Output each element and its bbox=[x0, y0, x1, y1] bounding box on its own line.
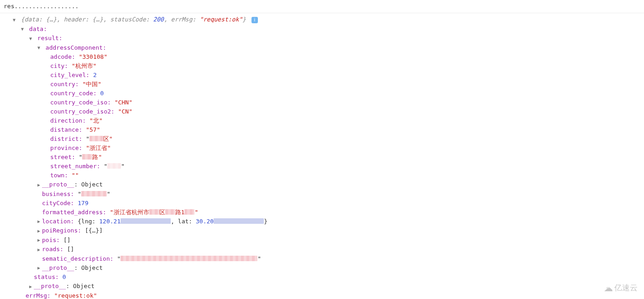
prop-country-code-iso: country_code_iso: "CHN" bbox=[4, 98, 640, 107]
prop-proto-data[interactable]: ▶__proto__: Object bbox=[4, 282, 640, 291]
prop-pois[interactable]: ▶pois: [] bbox=[4, 236, 640, 245]
redacted bbox=[82, 154, 92, 160]
prop-street: street: "路" bbox=[4, 153, 640, 162]
redacted bbox=[107, 163, 121, 169]
chevron-right-icon[interactable]: ▶ bbox=[37, 236, 41, 245]
prop-distance: distance: "57" bbox=[4, 125, 640, 134]
prop-status: status: 0 bbox=[4, 273, 640, 282]
prop-proto-result[interactable]: ▶__proto__: Object bbox=[4, 263, 640, 273]
prop-city-level: city_level: 2 bbox=[4, 71, 640, 80]
divider bbox=[0, 13, 644, 13]
watermark: ☁ 亿速云 bbox=[604, 284, 638, 293]
redacted bbox=[149, 209, 159, 215]
prop-result[interactable]: ▼ result: bbox=[4, 34, 640, 43]
log-label: res.................. bbox=[4, 2, 640, 11]
chevron-right-icon[interactable]: ▶ bbox=[28, 282, 33, 291]
prop-errmsg: errMsg: "request:ok" bbox=[4, 291, 640, 299]
prop-city: city: "杭州市" bbox=[4, 62, 640, 71]
redacted bbox=[165, 209, 175, 215]
chevron-right-icon[interactable]: ▶ bbox=[37, 180, 41, 190]
prop-location[interactable]: ▶location: {lng: 120.21, lat: 30.20} bbox=[4, 217, 640, 227]
prop-data[interactable]: ▼ data: bbox=[4, 25, 640, 34]
prop-country: country: "中国" bbox=[4, 80, 640, 89]
redacted bbox=[81, 191, 107, 196]
prop-proto[interactable]: ▶__proto__: Object bbox=[4, 180, 640, 190]
chevron-right-icon[interactable]: ▶ bbox=[37, 245, 41, 254]
chevron-right-icon[interactable]: ▶ bbox=[37, 227, 41, 236]
prop-citycode: cityCode: 179 bbox=[4, 199, 640, 208]
redacted bbox=[89, 136, 103, 141]
redacted bbox=[184, 209, 194, 215]
prop-roads[interactable]: ▶roads: [] bbox=[4, 245, 640, 254]
prop-sematic: sematic_description: "" bbox=[4, 254, 640, 263]
info-icon[interactable]: i bbox=[251, 17, 258, 23]
prop-addresscomponent[interactable]: ▼ addressComponent: bbox=[4, 43, 640, 53]
chevron-down-icon[interactable]: ▼ bbox=[28, 34, 33, 43]
prop-street-number: street_number: "" bbox=[4, 162, 640, 171]
cloud-icon: ☁ bbox=[604, 284, 613, 293]
chevron-right-icon[interactable]: ▶ bbox=[37, 217, 41, 226]
redacted bbox=[120, 256, 257, 261]
chevron-down-icon[interactable]: ▼ bbox=[37, 43, 41, 52]
prop-town: town: "" bbox=[4, 171, 640, 180]
prop-formatted-address: formatted_address: "浙江省杭州市区路1" bbox=[4, 208, 640, 217]
chevron-down-icon[interactable]: ▼ bbox=[12, 15, 16, 25]
object-summary[interactable]: ▼ {data: {…}, header: {…}, statusCode: 2… bbox=[4, 15, 640, 25]
prop-adcode: adcode: "330108" bbox=[4, 52, 640, 62]
redacted bbox=[214, 218, 264, 224]
chevron-right-icon[interactable]: ▶ bbox=[37, 263, 41, 273]
chevron-down-icon[interactable]: ▼ bbox=[20, 25, 25, 34]
redacted bbox=[120, 218, 171, 224]
prop-province: province: "浙江省" bbox=[4, 144, 640, 153]
prop-direction: direction: "北" bbox=[4, 116, 640, 125]
prop-poiregions[interactable]: ▶poiRegions: [{…}] bbox=[4, 226, 640, 236]
prop-country-code-iso2: country_code_iso2: "CN" bbox=[4, 107, 640, 116]
prop-business: business: "" bbox=[4, 190, 640, 199]
prop-country-code: country_code: 0 bbox=[4, 89, 640, 98]
prop-district: district: "区" bbox=[4, 134, 640, 144]
